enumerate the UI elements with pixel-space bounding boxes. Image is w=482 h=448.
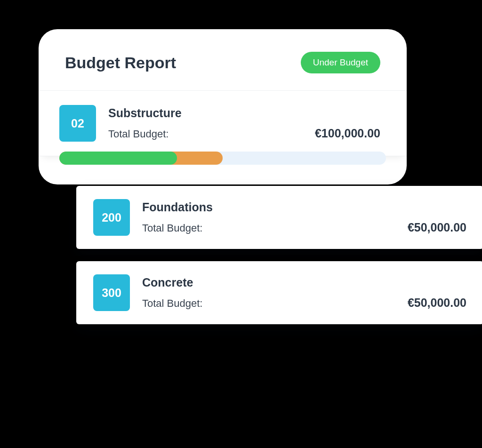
budget-label: Total Budget: [108,128,169,140]
budget-value: €100,000.00 [315,127,380,140]
category-name: Substructure [108,106,182,120]
subcategory-code: 300 [102,286,121,300]
category-code: 02 [71,117,84,130]
category-code-box: 02 [59,105,96,142]
subcategory-code-box: 300 [93,274,130,311]
subcategory-row[interactable]: 200 Foundations Total Budget: €50,000.00 [76,186,482,249]
budget-value: €50,000.00 [408,221,466,234]
subcategory-name: Foundations [142,200,213,214]
subcategory-name: Concrete [142,276,193,289]
category-body: Substructure Total Budget: €100,000.00 [108,106,380,140]
subcategory-code: 200 [102,211,121,224]
page-title: Budget Report [65,54,176,72]
progress-segment-green [59,152,177,165]
category-row[interactable]: 02 Substructure Total Budget: €100,000.0… [39,91,407,156]
card-header: Budget Report Under Budget [39,29,407,91]
budget-label: Total Budget: [142,297,202,310]
subcategory-row[interactable]: 300 Concrete Total Budget: €50,000.00 [76,261,482,324]
budget-value: €50,000.00 [408,296,466,310]
sub-items-list: 200 Foundations Total Budget: €50,000.00… [76,186,482,324]
subcategory-body: Concrete Total Budget: €50,000.00 [142,276,466,310]
subcategory-code-box: 200 [93,199,130,236]
progress-bar [59,152,386,165]
subcategory-body: Foundations Total Budget: €50,000.00 [142,200,466,234]
budget-report-card: Budget Report Under Budget 02 Substructu… [39,29,407,184]
budget-label: Total Budget: [142,222,202,234]
status-badge: Under Budget [301,52,380,73]
